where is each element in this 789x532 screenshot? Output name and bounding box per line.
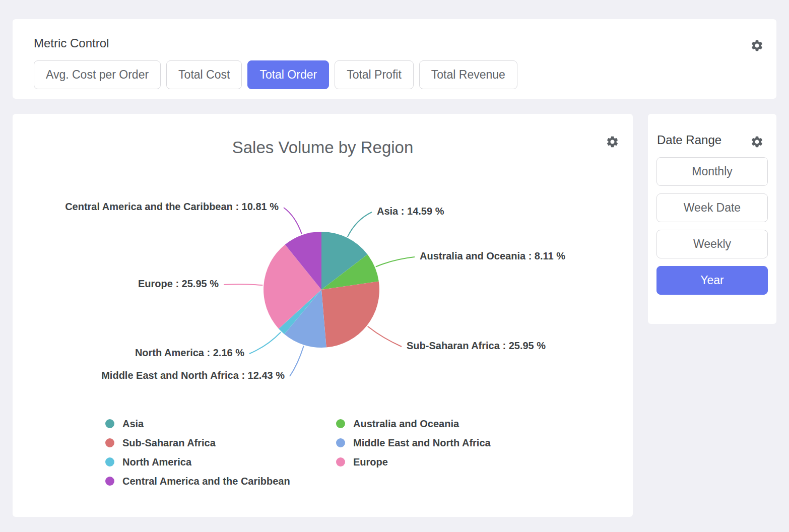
chart-settings-gear-icon[interactable] bbox=[606, 135, 619, 149]
legend-label-middle-east-and-north-africa: Middle East and North Africa bbox=[353, 437, 491, 449]
chart-legend: AsiaSub-Saharan AfricaNorth AmericaCentr… bbox=[105, 414, 491, 491]
pie-label-north-america: North America : 2.16 % bbox=[135, 347, 244, 358]
metric-control-settings-gear-icon[interactable] bbox=[750, 39, 764, 52]
pie-label-line-europe bbox=[224, 284, 262, 285]
pie-label-line-central-america-and-the-caribbean bbox=[284, 208, 302, 234]
legend-label-europe: Europe bbox=[353, 456, 388, 468]
metric-button-total-revenue[interactable]: Total Revenue bbox=[419, 60, 517, 89]
pie-label-line-asia bbox=[348, 212, 372, 237]
legend-item-australia-and-oceania[interactable]: Australia and Oceania bbox=[336, 414, 491, 433]
sales-volume-chart-panel: Sales Volume by Region Asia : 14.59 %Aus… bbox=[13, 114, 633, 517]
pie-label-sub-saharan-africa: Sub-Saharan Africa : 25.95 % bbox=[407, 340, 546, 351]
legend-label-north-america: North America bbox=[122, 456, 191, 468]
legend-dot-asia bbox=[105, 419, 114, 428]
legend-item-middle-east-and-north-africa[interactable]: Middle East and North Africa bbox=[336, 433, 491, 452]
date-range-button-weekly[interactable]: Weekly bbox=[656, 230, 768, 258]
metric-button-total-profit[interactable]: Total Profit bbox=[335, 60, 414, 89]
legend-item-asia[interactable]: Asia bbox=[105, 414, 336, 433]
date-range-settings-gear-icon[interactable] bbox=[750, 135, 764, 149]
legend-dot-middle-east-and-north-africa bbox=[336, 438, 345, 447]
legend-dot-sub-saharan-africa bbox=[105, 438, 114, 447]
legend-item-sub-saharan-africa[interactable]: Sub-Saharan Africa bbox=[105, 433, 336, 452]
legend-dot-europe bbox=[336, 457, 345, 467]
chart-title: Sales Volume by Region bbox=[13, 138, 633, 157]
date-range-button-week-date[interactable]: Week Date bbox=[656, 193, 768, 222]
metric-button-total-cost[interactable]: Total Cost bbox=[166, 60, 242, 89]
pie-label-line-australia-and-oceania bbox=[376, 257, 415, 267]
legend-label-central-america-and-the-caribbean: Central America and the Caribbean bbox=[122, 476, 290, 487]
date-range-button-monthly[interactable]: Monthly bbox=[656, 157, 768, 186]
legend-label-sub-saharan-africa: Sub-Saharan Africa bbox=[122, 437, 216, 449]
pie-slice-sub-saharan-africa[interactable] bbox=[321, 281, 379, 347]
pie-label-line-sub-saharan-africa bbox=[368, 326, 402, 347]
legend-label-australia-and-oceania: Australia and Oceania bbox=[353, 418, 459, 430]
pie-label-central-america-and-the-caribbean: Central America and the Caribbean : 10.8… bbox=[65, 201, 279, 212]
pie-label-line-middle-east-and-north-africa bbox=[290, 346, 304, 376]
legend-dot-australia-and-oceania bbox=[336, 419, 345, 428]
metric-control-title: Metric Control bbox=[34, 36, 109, 50]
pie-label-europe: Europe : 25.95 % bbox=[138, 278, 219, 289]
date-range-buttons-group: MonthlyWeek DateWeeklyYear bbox=[656, 157, 768, 295]
pie-label-australia-and-oceania: Australia and Oceania : 8.11 % bbox=[420, 250, 565, 261]
legend-label-asia: Asia bbox=[122, 418, 144, 430]
metric-control-panel: Metric Control Avg. Cost per OrderTotal … bbox=[13, 19, 776, 99]
metric-buttons-group: Avg. Cost per OrderTotal CostTotal Order… bbox=[34, 60, 517, 89]
legend-item-north-america[interactable]: North America bbox=[105, 452, 336, 472]
date-range-panel: Date Range MonthlyWeek DateWeeklyYear bbox=[648, 114, 776, 324]
legend-item-europe[interactable]: Europe bbox=[336, 452, 491, 472]
date-range-title: Date Range bbox=[657, 133, 721, 147]
pie-label-line-north-america bbox=[249, 332, 281, 354]
legend-dot-central-america-and-the-caribbean bbox=[105, 477, 114, 486]
legend-item-central-america-and-the-caribbean[interactable]: Central America and the Caribbean bbox=[105, 472, 336, 491]
metric-button-avg-cost-per-order[interactable]: Avg. Cost per Order bbox=[34, 60, 161, 89]
legend-dot-north-america bbox=[105, 457, 114, 467]
pie-label-middle-east-and-north-africa: Middle East and North Africa : 12.43 % bbox=[101, 370, 285, 381]
pie-label-asia: Asia : 14.59 % bbox=[377, 206, 444, 217]
date-range-button-year[interactable]: Year bbox=[656, 266, 768, 295]
metric-button-total-order[interactable]: Total Order bbox=[247, 60, 329, 89]
